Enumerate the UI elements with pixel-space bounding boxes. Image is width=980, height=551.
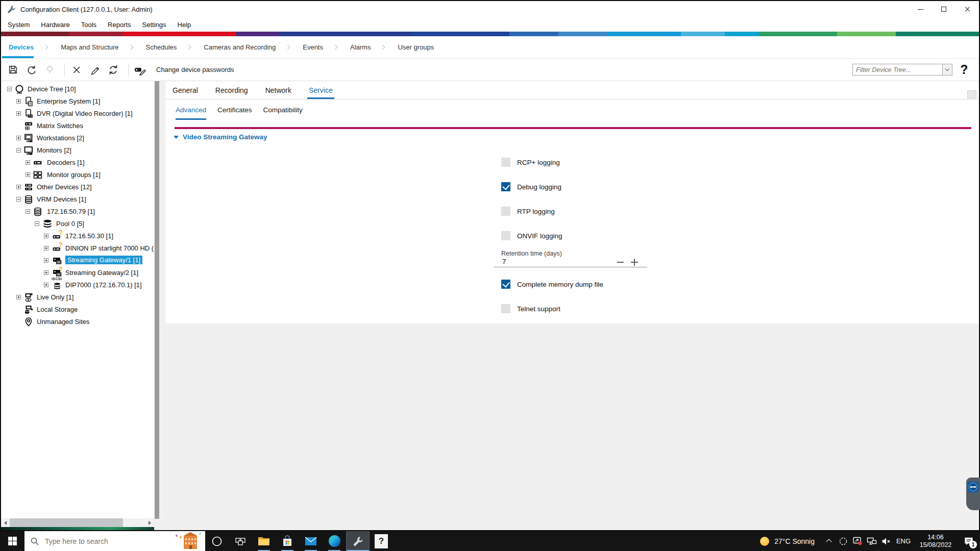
tree-item-live-only[interactable]: Live Only [1] xyxy=(1,291,154,304)
maximize-button[interactable] xyxy=(932,1,955,17)
tree-item-streaming-gateway-2[interactable]: ? Streaming Gateway/2 [1] xyxy=(1,267,154,279)
tray-network-button[interactable] xyxy=(865,531,879,551)
tree-item-matrix-switches[interactable]: Matrix Switches xyxy=(1,120,154,132)
filter-dropdown-button[interactable] xyxy=(942,64,952,75)
weather-widget[interactable]: 27°C Sonnig xyxy=(760,537,815,546)
checkbox-unchecked[interactable] xyxy=(501,207,510,216)
menu-settings[interactable]: Settings xyxy=(137,21,172,29)
breadcrumb-user-groups[interactable]: User groups xyxy=(398,43,434,51)
menu-reports[interactable]: Reports xyxy=(102,21,137,29)
tree-item-vrm-devices[interactable]: VRM Devices [1] xyxy=(1,193,154,206)
breadcrumb-maps-and-structure[interactable]: Maps and Structure xyxy=(61,43,118,51)
collapse-icon[interactable] xyxy=(7,87,12,91)
increment-button[interactable] xyxy=(629,257,640,268)
expand-icon[interactable] xyxy=(44,258,48,263)
help-button[interactable]: ? xyxy=(952,62,976,77)
tray-expand-button[interactable] xyxy=(822,531,836,551)
expand-icon[interactable] xyxy=(44,283,48,287)
tree-item-streaming-gateway-1[interactable]: Streaming Gateway/1 [1] xyxy=(1,255,154,267)
collapse-icon[interactable] xyxy=(16,197,21,202)
start-button[interactable] xyxy=(0,531,24,551)
search-input[interactable] xyxy=(44,537,151,546)
expand-icon[interactable] xyxy=(16,185,21,189)
retention-time-input[interactable]: 7 xyxy=(502,258,506,265)
collapse-icon[interactable] xyxy=(16,148,21,153)
action-center-button[interactable]: 1 xyxy=(958,531,980,551)
tree-item-dvr[interactable]: DVR (Digital Video Recorder) [1] xyxy=(1,108,154,120)
breadcrumb-devices[interactable]: Devices xyxy=(9,43,34,51)
expand-icon[interactable] xyxy=(44,270,48,275)
tree-item-pool-0[interactable]: Pool 0 [5] xyxy=(1,218,154,230)
mail-button[interactable] xyxy=(299,531,323,551)
collapse-icon[interactable] xyxy=(26,209,30,214)
tab-service[interactable]: Service xyxy=(309,81,333,99)
tree-item-decoders[interactable]: Decoders [1] xyxy=(1,157,154,169)
tree-item-172-16-50-30[interactable]: ? 172.16.50.30 [1] xyxy=(1,230,154,242)
checkbox-unchecked[interactable] xyxy=(501,231,510,240)
horizontal-scrollbar[interactable] xyxy=(1,518,154,527)
tab-network[interactable]: Network xyxy=(265,81,291,99)
tree-item-local-storage[interactable]: Local Storage xyxy=(1,304,154,316)
task-view-button[interactable] xyxy=(229,531,252,551)
expand-icon[interactable] xyxy=(26,160,30,165)
decrement-button[interactable] xyxy=(615,257,626,268)
collapse-icon[interactable] xyxy=(35,221,39,226)
language-indicator[interactable]: ENG xyxy=(893,537,914,545)
configuration-client-taskbar-button[interactable] xyxy=(346,531,370,551)
scroll-right-arrow[interactable] xyxy=(145,518,154,527)
tree-item-monitors[interactable]: Monitors [2] xyxy=(1,144,154,157)
change-device-passwords-icon[interactable] xyxy=(133,62,148,78)
breadcrumb-cameras-and-recording[interactable]: Cameras and Recording xyxy=(204,43,276,51)
teamviewer-dock-widget[interactable] xyxy=(966,478,980,510)
checkbox-checked[interactable] xyxy=(501,280,510,289)
save-button[interactable] xyxy=(5,62,20,78)
breadcrumb-schedules[interactable]: Schedules xyxy=(146,43,177,51)
checkbox-unchecked[interactable] xyxy=(501,158,510,167)
subtab-advanced[interactable]: Advanced xyxy=(176,99,206,120)
delete-button[interactable] xyxy=(69,62,84,78)
filter-device-tree-input[interactable] xyxy=(853,64,942,75)
search-highlight-illustration[interactable] xyxy=(173,531,204,551)
tree-item-enterprise-system[interactable]: Enterprise System [1] xyxy=(1,95,154,108)
expand-icon[interactable] xyxy=(44,234,48,238)
expand-icon[interactable] xyxy=(16,295,21,299)
file-explorer-button[interactable] xyxy=(252,531,276,551)
menu-tools[interactable]: Tools xyxy=(76,21,102,29)
tray-remote-button[interactable] xyxy=(850,531,865,551)
video-streaming-gateway-section-header[interactable]: Video Streaming Gateway xyxy=(174,133,267,141)
checkbox-telnet-support[interactable]: Telnet support xyxy=(501,304,560,313)
tree-item-other-devices[interactable]: Other Devices [12] xyxy=(1,181,154,193)
tree-item-monitor-groups[interactable]: Monitor groups [1] xyxy=(1,169,154,181)
scrollbar-thumb[interactable] xyxy=(155,81,159,519)
expand-icon[interactable] xyxy=(44,246,48,251)
help-app-button[interactable]: ? xyxy=(370,531,393,551)
tab-recording[interactable]: Recording xyxy=(215,81,248,99)
cortana-button[interactable] xyxy=(205,531,229,551)
expand-icon[interactable] xyxy=(16,99,21,104)
vertical-scrollbar[interactable] xyxy=(154,81,160,530)
menu-hardware[interactable]: Hardware xyxy=(35,21,75,29)
menu-help[interactable]: Help xyxy=(172,21,197,29)
close-button[interactable] xyxy=(955,1,979,17)
taskbar-search[interactable] xyxy=(24,531,205,551)
tree-item-vrm-server[interactable]: 172.16.50.79 [1] xyxy=(1,206,154,218)
undo-button[interactable] xyxy=(23,62,39,78)
checkbox-unchecked[interactable] xyxy=(501,304,510,313)
clock[interactable]: 14:06 15/08/2022 xyxy=(914,534,958,549)
expand-icon[interactable] xyxy=(26,172,30,177)
checkbox-memory-dump[interactable]: Complete memory dump file xyxy=(501,280,603,289)
tray-volume-muted-button[interactable] xyxy=(879,531,893,551)
breadcrumb-alarms[interactable]: Alarms xyxy=(350,43,371,51)
checkbox-checked[interactable] xyxy=(501,182,510,191)
refresh-button[interactable] xyxy=(106,62,121,78)
menu-system[interactable]: System xyxy=(2,21,35,29)
checkbox-rtp-logging[interactable]: RTP logging xyxy=(501,207,555,216)
expand-icon[interactable] xyxy=(16,136,21,140)
tree-item-workstations[interactable]: Workstations [2] xyxy=(1,132,154,144)
expand-icon[interactable] xyxy=(16,111,21,116)
scrollbar-thumb[interactable] xyxy=(10,518,123,527)
tree-item-unmanaged-sites[interactable]: Unmanaged Sites xyxy=(1,316,154,328)
minimize-button[interactable] xyxy=(909,1,932,17)
checkbox-onvif-logging[interactable]: ONVIF logging xyxy=(501,231,562,240)
tree-item-device-tree[interactable]: Device Tree [10] xyxy=(1,83,154,95)
